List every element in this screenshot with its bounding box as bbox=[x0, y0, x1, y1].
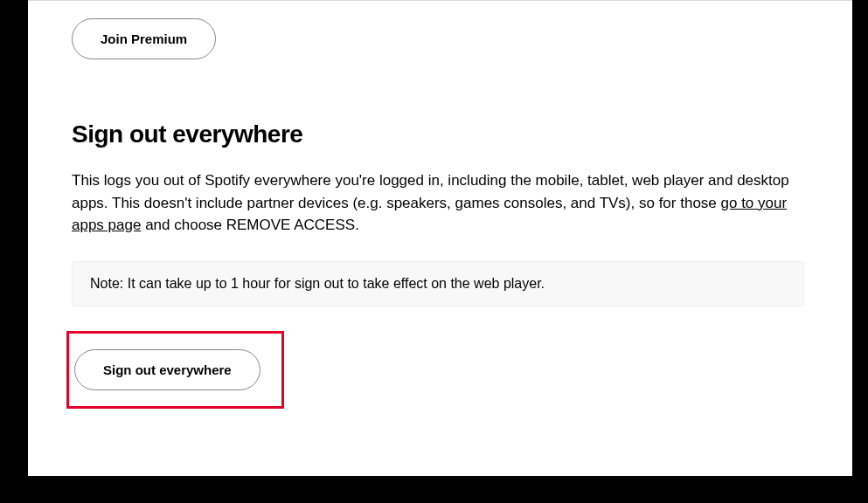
settings-content: Join Premium Sign out everywhere This lo… bbox=[28, 0, 852, 476]
sign-out-description: This logs you out of Spotify everywhere … bbox=[72, 169, 806, 237]
highlight-annotation: Sign out everywhere bbox=[66, 331, 284, 409]
sign-out-note: Note: It can take up to 1 hour for sign … bbox=[72, 261, 804, 307]
description-text-2: and choose REMOVE ACCESS. bbox=[141, 217, 358, 233]
sign-out-everywhere-button[interactable]: Sign out everywhere bbox=[74, 349, 260, 390]
join-premium-button[interactable]: Join Premium bbox=[72, 18, 216, 59]
sign-out-everywhere-heading: Sign out everywhere bbox=[72, 121, 817, 148]
description-text-1: This logs you out of Spotify everywhere … bbox=[72, 172, 789, 211]
